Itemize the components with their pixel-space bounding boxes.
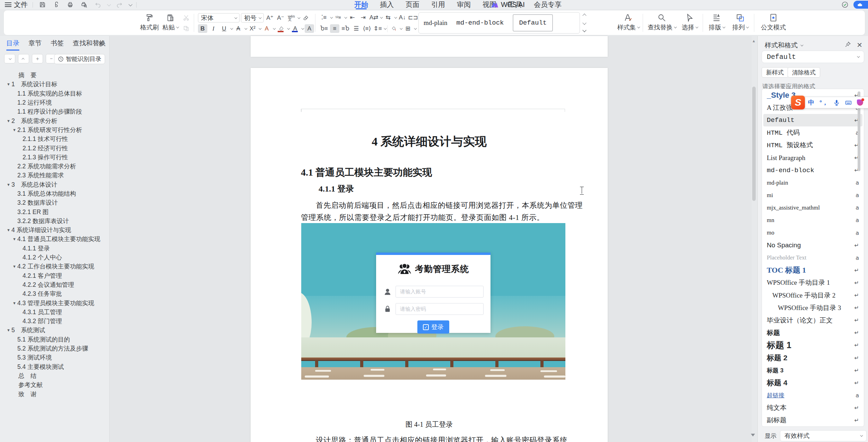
account-input[interactable]: 请输入账号 — [396, 286, 484, 298]
toc-item[interactable]: ▼4.2 工作台模块主要功能实现 — [0, 262, 109, 271]
decrease-font-button[interactable]: A⁻ — [276, 14, 285, 22]
toc-item[interactable]: 4.3.2 部门管理 — [0, 317, 109, 326]
toc-collapse-arrow-icon[interactable]: ▼ — [7, 119, 11, 123]
ime-mic-icon[interactable] — [833, 99, 840, 106]
find-replace-button[interactable]: 查找替换 — [646, 13, 678, 32]
toc-item[interactable]: 4.1.1 登录 — [0, 244, 109, 253]
toc-collapse-arrow-icon[interactable]: ▼ — [7, 228, 11, 232]
align-center-button[interactable]: ≡ — [330, 24, 339, 33]
style-item-Placeholder Text[interactable]: Placeholder Texta — [762, 251, 864, 264]
toc-item[interactable]: ▼3.2.1 ER 图 — [0, 207, 109, 216]
shading-button[interactable] — [389, 24, 398, 33]
menu-tab-开始[interactable]: 开始 — [354, 0, 368, 9]
toc-collapse-arrow-icon[interactable]: ▼ — [12, 301, 17, 305]
align-right-button[interactable]: ≡Ⴆ — [341, 24, 350, 33]
ruler-toggle-button[interactable]: ⊏⊐ — [408, 13, 418, 22]
toc-item[interactable]: ▼5.4 主要模块测试 — [0, 362, 109, 371]
smart-toc-button[interactable]: 智能识别目录 — [54, 54, 105, 64]
menu-tab-引用[interactable]: 引用 — [431, 0, 445, 9]
style-filter-select[interactable]: 有效样式 — [780, 430, 867, 441]
toc-item[interactable]: ▼1 系统设计目标 — [0, 80, 109, 89]
pinyin-guide-button[interactable]: wén文 — [287, 14, 296, 22]
font-name-select[interactable]: 宋体 — [198, 13, 240, 23]
clear-format-button[interactable]: 清除格式 — [788, 67, 820, 78]
document-scrollbar-thumb[interactable] — [752, 87, 756, 201]
toc-item[interactable]: ▼3 系统总体设计 — [0, 180, 109, 189]
paste-button[interactable]: 粘贴 — [160, 13, 180, 32]
current-style-select[interactable]: Default — [762, 51, 864, 63]
style-item-HTML 预设格式[interactable]: HTML 预设格式↵ — [762, 139, 864, 151]
sidebar-tab-章节[interactable]: 章节 — [28, 39, 42, 51]
figure-login-screenshot[interactable]: 考勤管理系统 请输入账号 请输入密码 ✓ 登录 — [301, 223, 565, 380]
toc-collapse-arrow-icon[interactable]: ▼ — [12, 128, 17, 132]
decrease-indent-button[interactable]: ⇤ — [348, 13, 357, 22]
gallery-style-Default[interactable]: Default — [513, 14, 553, 32]
toc-item[interactable]: ▼4.3 管理员模块主要功能实现 — [0, 298, 109, 307]
numbering-button[interactable]: ¹²≡ — [333, 13, 343, 22]
toc-collapse-arrow-icon[interactable]: ▼ — [7, 183, 11, 187]
toc-item[interactable]: ▼4 系统详细设计与实现 — [0, 226, 109, 235]
increase-font-button[interactable]: A⁺ — [265, 14, 275, 22]
style-item-标题 2[interactable]: 标题 2↵ — [762, 352, 864, 364]
style-item-HTML 代码[interactable]: HTML 代码a — [762, 126, 864, 139]
superscript-button[interactable]: X² — [248, 24, 257, 33]
distribute-button[interactable]: ⟨≡⟩ — [362, 24, 372, 33]
style-item-md-end-block[interactable]: md-end-block↵ — [762, 164, 864, 177]
official-doc-mode-button[interactable]: 公文模式 — [757, 13, 789, 32]
ime-keyboard-icon[interactable] — [845, 99, 852, 106]
toc-item[interactable]: 4.2.2 会议通知管理 — [0, 280, 109, 289]
cut-button[interactable] — [181, 13, 191, 22]
toc-item[interactable]: 2.1.1 技术可行性 — [0, 134, 109, 143]
gallery-scroll-down-icon[interactable] — [582, 21, 586, 25]
style-set-button[interactable]: 样式集 — [616, 13, 640, 32]
wps-ai-button[interactable]: WPS AI — [485, 0, 525, 9]
toc-zoom-in-button[interactable]: ＋ — [32, 54, 43, 63]
toc-item[interactable]: ▼3.2.2 数据库表设计 — [0, 216, 109, 226]
ime-skin-icon[interactable] — [857, 99, 863, 106]
save-button[interactable] — [38, 1, 47, 9]
document-page[interactable]: 4 系统详细设计与实现 4.1 普通员工模块主要功能实现 4.1.1 登录 首先… — [251, 68, 608, 442]
borders-button[interactable]: ⊞ — [403, 24, 413, 33]
style-item-标题[interactable]: 标题↵ — [762, 327, 864, 339]
highlight-color-button[interactable] — [276, 24, 286, 33]
style-item-Default[interactable]: Default↵ — [763, 114, 862, 126]
typeset-button[interactable]: 排版 — [705, 13, 728, 32]
menu-tab-会员专享[interactable]: 会员专享 — [534, 0, 562, 9]
style-item-超链接[interactable]: 超链接a — [762, 389, 864, 401]
gallery-style-md-plain[interactable]: md-plain — [424, 19, 448, 27]
arrange-button[interactable]: 排列 — [729, 13, 751, 32]
style-item-副标题[interactable]: 副标题↵ — [762, 414, 864, 426]
font-color-button[interactable]: A — [290, 24, 300, 33]
italic-button[interactable]: I — [209, 24, 218, 33]
style-item-WPSOffice 手动目录 3[interactable]: WPSOffice 手动目录 3↵ — [762, 302, 864, 314]
justify-button[interactable]: ☰ — [351, 24, 361, 33]
toc-item[interactable]: ▼5.1 系统测试的目的 — [0, 335, 109, 344]
strikethrough-button[interactable]: A — [234, 24, 243, 33]
toc-collapse-arrow-icon[interactable]: ▼ — [7, 328, 11, 332]
cloud-sync-button[interactable] — [853, 1, 868, 9]
align-left-button[interactable]: Ⴆ≡ — [319, 24, 329, 33]
toc-item[interactable]: ▼1.1 程序设计的步骤阶段 — [0, 107, 109, 116]
new-style-button[interactable]: 新样式 — [762, 67, 788, 78]
bullets-button[interactable]: ⁚≡ — [319, 13, 329, 22]
style-item-mjx_assistive_mathml[interactable]: mjx_assistive_mathmla — [762, 202, 864, 214]
text-direction-button[interactable]: ⇆ — [383, 13, 393, 22]
toc-item[interactable]: ▼2.2 系统功能需求分析 — [0, 162, 109, 171]
toc-item[interactable]: ▼3.2 数据库设计 — [0, 198, 109, 207]
style-item-纯文本[interactable]: 纯文本↵ — [762, 401, 864, 414]
style-item-List Paragraph[interactable]: List Paragraph↵ — [762, 151, 864, 164]
search-button[interactable] — [505, 1, 514, 9]
line-spacing-button[interactable]: ⇕≡ — [373, 24, 382, 33]
character-scale-button[interactable]: A⇄ — [369, 13, 379, 22]
character-shading-button[interactable]: A — [305, 24, 314, 33]
select-button[interactable]: 选择 — [678, 13, 701, 32]
toc-item[interactable]: 4.2.1 客户管理 — [0, 271, 109, 280]
redo-button[interactable] — [115, 1, 124, 9]
toc-item[interactable]: 摘 要 — [0, 71, 109, 80]
style-item-标题 3[interactable]: 标题 3↵ — [762, 364, 864, 377]
toc-collapse-arrow-icon[interactable]: ▼ — [12, 237, 17, 241]
toc-item[interactable]: ▼2 系统需求分析 — [0, 116, 109, 125]
login-button[interactable]: ✓ 登录 — [417, 320, 449, 334]
style-item-md-plain[interactable]: md-plaina — [762, 177, 864, 189]
scroll-up-icon[interactable]: ▲ — [752, 39, 756, 43]
